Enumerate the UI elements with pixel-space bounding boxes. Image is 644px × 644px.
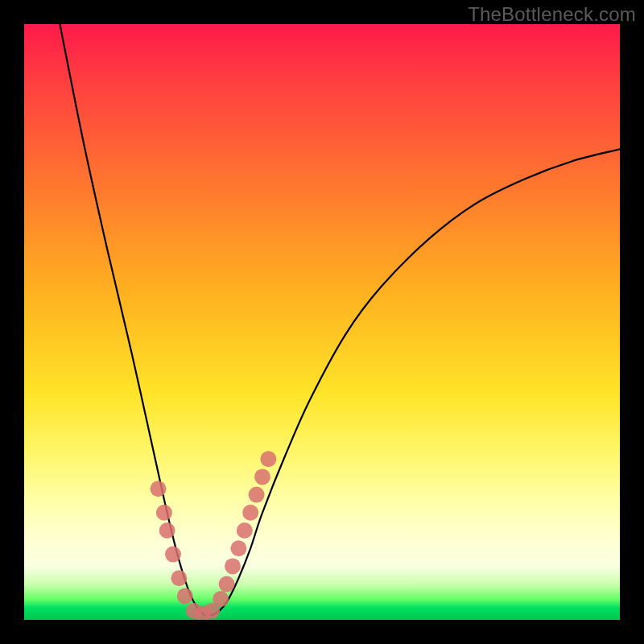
- marker-dot: [260, 451, 276, 467]
- marker-dot: [156, 505, 172, 521]
- chart-frame: TheBottleneck.com: [0, 0, 644, 644]
- marker-dot: [230, 540, 246, 556]
- marker-dot: [151, 481, 167, 497]
- watermark-text: TheBottleneck.com: [468, 3, 636, 26]
- marker-dot: [237, 522, 253, 539]
- marker-dot: [171, 570, 187, 586]
- plot-area: [24, 24, 620, 620]
- marker-dot: [249, 487, 265, 503]
- marker-dot: [165, 547, 181, 563]
- marker-dot: [213, 591, 229, 607]
- marker-dot: [177, 588, 193, 604]
- marker-dot: [242, 505, 258, 521]
- marker-group: [151, 451, 277, 620]
- curve-layer: [24, 24, 620, 620]
- marker-dot: [159, 522, 175, 539]
- marker-dot: [225, 558, 241, 574]
- marker-dot: [219, 576, 235, 592]
- marker-dot: [254, 469, 270, 485]
- bottleneck-curve: [60, 24, 620, 616]
